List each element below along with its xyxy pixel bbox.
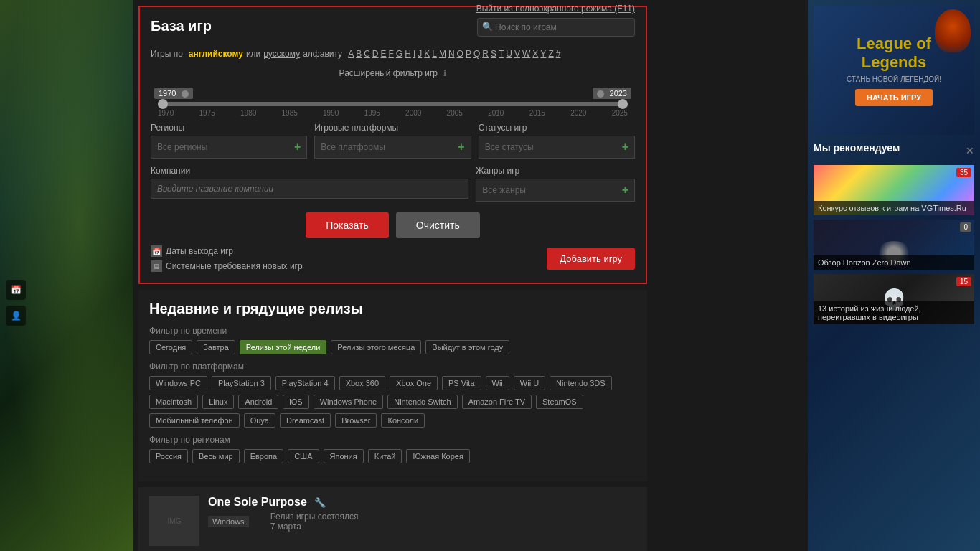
alpha-letter-I[interactable]: I [413,49,415,59]
alpha-letter-R[interactable]: R [482,49,489,59]
regions-select[interactable]: Все регионы + [151,136,307,159]
alpha-letter-D[interactable]: D [372,49,379,59]
action-buttons: Показать Очистить [151,212,635,238]
platform-filter-Xbox One[interactable]: Xbox One [390,376,438,390]
platform-filter-Nintendo 3DS[interactable]: Nintendo 3DS [550,376,612,390]
platform-filter-Android[interactable]: Android [238,395,278,409]
alpha-letter-Q[interactable]: Q [473,49,480,59]
slider-thumb-right[interactable] [618,99,628,109]
user-icon[interactable]: 👤 [6,306,26,326]
year-tick-1995: 1995 [364,109,380,117]
show-button[interactable]: Показать [306,212,389,238]
alpha-letter-E[interactable]: E [381,49,387,59]
recommend-close[interactable]: ✕ [966,145,974,156]
region-filter-Южная Корея[interactable]: Южная Корея [406,449,469,463]
genres-plus[interactable]: + [622,184,628,197]
filter-bar-label[interactable]: Расширеный фильтр игр [339,68,438,78]
calendar-icon[interactable]: 📅 [6,280,26,300]
slider-thumb-left[interactable] [158,99,168,109]
platform-filter-Linux[interactable]: Linux [202,395,234,409]
region-filter-США[interactable]: США [288,449,319,463]
platform-filter-Dreamcast[interactable]: Dreamcast [280,413,331,428]
alpha-letter-N[interactable]: N [448,49,455,59]
ad-cta-button[interactable]: НАЧАТЬ ИГРУ [855,89,933,106]
rec-card-2[interactable]: 0 Обзор Horizon Zero Dawn [814,220,974,270]
statuses-select[interactable]: Все статусы + [479,136,635,159]
release-dates-link[interactable]: 📅 Даты выхода игр [151,245,303,257]
statuses-label: Статусы игр [479,123,635,133]
companies-input[interactable] [151,179,468,199]
platform-filter-Browser[interactable]: Browser [335,413,377,428]
platform-filter-PlayStation 3[interactable]: PlayStation 3 [212,376,271,390]
alpha-letter-T[interactable]: T [499,49,504,59]
alpha-letter-W[interactable]: W [522,49,530,59]
alpha-letter-U[interactable]: U [506,49,512,59]
statuses-plus[interactable]: + [622,141,628,154]
region-filter-Весь мир[interactable]: Весь мир [192,449,240,463]
game-title[interactable]: One Sole Purpose 🔧 [208,496,358,509]
alpha-letter-O[interactable]: O [457,49,463,59]
alpha-letter-S[interactable]: S [491,49,496,59]
alpha-letter-Z[interactable]: Z [548,49,553,59]
platform-filter-Amazon Fire TV[interactable]: Amazon Fire TV [462,395,532,409]
releases-title: Недавние и грядущие релизы [149,301,636,317]
alpha-letter-M[interactable]: M [439,49,446,59]
platform-filter-Консоли[interactable]: Консоли [381,413,425,428]
platform-filter-Мобильный телефон[interactable]: Мобильный телефон [149,413,240,428]
region-filter-Россия[interactable]: Россия [149,449,188,463]
system-req-link[interactable]: 🖥 Системные требования новых игр [151,260,303,272]
rec-card-3-badge: 15 [956,277,971,286]
region-filter-Китай[interactable]: Китай [368,449,402,463]
platform-filter-Windows PC[interactable]: Windows PC [149,376,207,390]
platform-filter-Windows Phone[interactable]: Windows Phone [314,395,384,409]
platform-filter-Macintosh[interactable]: Macintosh [149,395,198,409]
region-filter-Япония[interactable]: Япония [324,449,364,463]
add-game-button[interactable]: Добавить игру [547,248,635,270]
lang-ru[interactable]: русскому [263,49,300,59]
region-filter-Европа[interactable]: Европа [244,449,284,463]
rec-card-3[interactable]: 💀 15 13 историй из жизни людей, переигра… [814,274,974,324]
alpha-letter-C[interactable]: C [364,49,370,59]
time-filter-Завтра[interactable]: Завтра [197,340,235,354]
year-tick-2020: 2020 [570,109,586,117]
lang-en[interactable]: английскому [189,49,243,59]
alpha-letter-J[interactable]: J [418,49,422,59]
alpha-letter-B[interactable]: B [356,49,362,59]
time-filter-Релизы этой недели[interactable]: Релизы этой недели [240,340,326,354]
time-filter-Сегодня[interactable]: Сегодня [149,340,192,354]
platform-filter-Nintendo Switch[interactable]: Nintendo Switch [387,395,458,409]
fullscreen-exit-link[interactable]: Выйти из полноэкранного режима (F11) [476,4,635,14]
alpha-letter-K[interactable]: K [424,49,430,59]
platform-filter-SteamOS[interactable]: SteamOS [536,395,583,409]
alpha-letter-L[interactable]: L [432,49,437,59]
year-slider-track[interactable] [158,102,628,106]
search-input[interactable] [477,18,635,37]
alpha-letter-A[interactable]: A [348,49,354,59]
platform-filter-Ouya[interactable]: Ouya [244,413,275,428]
platform-filter-iOS[interactable]: iOS [283,395,308,409]
regions-plus[interactable]: + [294,141,301,154]
rec-card-1[interactable]: 35 Конкурс отзывов к играм на VGTimes.Ru [814,165,974,215]
time-filter-Релизы этого месяца[interactable]: Релизы этого месяца [331,340,421,354]
recommend-title: Мы рекомендуем [814,142,900,154]
alpha-letter-F[interactable]: F [389,49,394,59]
alpha-letter-#[interactable]: # [556,49,561,59]
alpha-letter-H[interactable]: H [405,49,411,59]
clear-button[interactable]: Очистить [396,212,480,238]
alpha-letter-V[interactable]: V [514,49,520,59]
game-db-section: База игр Выйти из полноэкранного режима … [138,6,647,284]
alpha-letter-P[interactable]: P [466,49,471,59]
alpha-letter-X[interactable]: X [532,49,538,59]
platform-filter-PlayStation 4[interactable]: PlayStation 4 [275,376,335,390]
platform-filter-Wii[interactable]: Wii [486,376,509,390]
platform-filter-PS Vita[interactable]: PS Vita [442,376,481,390]
alpha-letter-Y[interactable]: Y [540,49,546,59]
alpha-letter-G[interactable]: G [396,49,402,59]
year-to-badge: 2023 [593,88,631,99]
platform-filter-Xbox 360[interactable]: Xbox 360 [339,376,385,390]
time-filter-Выйдут в этом году[interactable]: Выйдут в этом году [425,340,509,354]
genres-select[interactable]: Все жанры + [476,179,635,202]
platforms-plus[interactable]: + [458,141,464,154]
platform-filter-Wii U[interactable]: Wii U [514,376,545,390]
platforms-select[interactable]: Все платформы + [314,136,471,159]
